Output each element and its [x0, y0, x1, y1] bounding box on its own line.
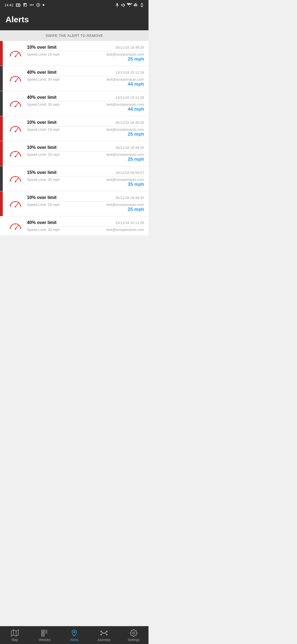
svg-point-54	[15, 206, 16, 207]
speedometer-icon	[8, 220, 23, 232]
alert-divider	[27, 176, 144, 176]
alert-item[interactable]: 10% over limit 26/11/18 18:49:25 Speed L…	[0, 116, 148, 141]
alert-divider	[27, 151, 144, 151]
alert-speed: 25 mph	[128, 132, 144, 137]
alert-right-info: test@scorpionauto.com 35 mph	[106, 178, 144, 187]
svg-point-61	[15, 228, 16, 230]
alert-speed: 25 mph	[128, 157, 144, 162]
alert-email: test@scorpionauto.com	[106, 152, 144, 157]
header: Alerts	[0, 10, 148, 30]
target-icon	[36, 3, 40, 7]
alert-timestamp: 13/11/18 15:11:28	[115, 95, 144, 100]
page-title: Alerts	[6, 15, 143, 24]
alert-title: 10% over limit	[27, 120, 57, 125]
alert-sidebar-indicator	[0, 141, 3, 166]
alert-divider	[27, 76, 144, 76]
battery-icon	[140, 3, 144, 7]
mic-icon	[115, 3, 119, 7]
alert-title: 40% over limit	[27, 220, 57, 225]
alert-title: 15% over limit	[27, 170, 57, 175]
svg-point-12	[15, 56, 16, 57]
alert-speed-limit: Speed Limit: 19 mph	[27, 152, 60, 157]
alert-right-info: test@scorpionauto.com 25 mph	[106, 152, 144, 162]
alert-item[interactable]: 40% over limit 13/11/18 15:11:28 Speed L…	[0, 66, 148, 91]
alert-divider	[27, 51, 144, 51]
alert-email: test@scorpionauto.com	[106, 203, 144, 207]
svg-point-26	[15, 106, 16, 107]
speedometer-icon	[8, 173, 23, 184]
alert-timestamp: 26/11/18 18:49:25	[115, 45, 144, 50]
alert-timestamp: 13/11/18 15:11:28	[115, 221, 144, 225]
svg-point-40	[15, 156, 16, 157]
alert-speed-limit: Speed Limit: 30 mph	[27, 77, 60, 81]
alert-item[interactable]: 40% over limit 13/11/18 15:11:28 Speed L…	[0, 91, 148, 116]
alert-content: 10% over limit 26/11/18 18:49:25 Speed L…	[27, 45, 144, 62]
alert-speed-limit: Speed Limit: 19 mph	[27, 203, 60, 207]
dot-icon	[43, 4, 44, 6]
alert-sidebar-indicator	[0, 66, 3, 91]
alert-speed: 44 mph	[128, 107, 144, 112]
alert-divider	[27, 126, 144, 126]
alert-item[interactable]: 40% over limit 13/11/18 15:11:28 Speed L…	[0, 216, 148, 236]
alert-title: 40% over limit	[27, 70, 57, 75]
svg-point-4	[38, 4, 39, 6]
svg-point-19	[15, 81, 16, 82]
svg-point-0	[29, 4, 31, 6]
photo-icon	[16, 3, 21, 7]
alert-item[interactable]: 10% over limit 26/11/18 18:49:25 Speed L…	[0, 191, 148, 216]
svg-point-47	[15, 181, 16, 182]
alert-timestamp: 26/11/18 18:49:25	[115, 146, 144, 150]
alert-right-info: test@scorpionauto.com 44 mph	[106, 102, 144, 112]
alert-item[interactable]: 10% over limit 26/11/18 18:49:25 Speed L…	[0, 41, 148, 66]
status-bar: 14:42	[0, 0, 148, 10]
alert-content: 40% over limit 13/11/18 15:11:28 Speed L…	[27, 95, 144, 112]
alert-email: test@scorpionauto.com	[106, 228, 144, 232]
alert-speed-limit: Speed Limit: 19 mph	[27, 127, 60, 132]
alert-content: 10% over limit 26/11/18 18:49:25 Speed L…	[27, 195, 144, 212]
speedometer-icon	[8, 123, 23, 134]
alert-sidebar-indicator	[0, 116, 3, 141]
alert-email: test@scorpionauto.com	[106, 178, 144, 182]
alert-timestamp: 26/11/18 18:49:25	[115, 121, 144, 125]
alert-sidebar-indicator	[0, 91, 3, 116]
alert-right-info: test@scorpionauto.com 25 mph	[106, 203, 144, 212]
svg-point-1	[31, 4, 32, 6]
alert-item[interactable]: 15% over limit 10/11/18 09:59:57 Speed L…	[0, 166, 148, 191]
speedometer-icon	[8, 73, 23, 84]
alert-title: 40% over limit	[27, 95, 57, 100]
swipe-hint: SWIPE THE ALERT TO REMOVE	[0, 30, 148, 41]
alert-right-info: test@scorpionauto.com 25 mph	[106, 52, 144, 62]
alert-speed-limit: Speed Limit: 30 mph	[27, 178, 60, 182]
alert-list: 10% over limit 26/11/18 18:49:25 Speed L…	[0, 41, 148, 236]
alert-speed: 35 mph	[128, 182, 144, 187]
dots-icon	[29, 4, 34, 6]
alert-content: 15% over limit 10/11/18 09:59:57 Speed L…	[27, 170, 144, 187]
alert-right-info: test@scorpionauto.com 44 mph	[106, 77, 144, 87]
svg-point-5	[43, 4, 44, 6]
alert-timestamp: 26/11/18 18:49:25	[115, 196, 144, 200]
alert-sidebar-indicator	[0, 216, 3, 236]
alert-sidebar-indicator	[0, 41, 3, 66]
time: 14:42	[4, 3, 13, 7]
alert-title: 10% over limit	[27, 145, 57, 150]
alert-speed: 44 mph	[128, 81, 144, 87]
signal-icon	[134, 3, 138, 7]
alert-timestamp: 13/11/18 15:11:28	[115, 70, 144, 75]
vibrate-icon	[121, 3, 125, 7]
alert-sidebar-indicator	[0, 191, 3, 216]
alert-right-info: test@scorpionauto.com 25 mph	[106, 127, 144, 137]
alert-speed-limit: Speed Limit: 30 mph	[27, 228, 60, 232]
alert-speed-limit: Speed Limit: 19 mph	[27, 52, 60, 56]
alert-email: test@scorpionauto.com	[106, 127, 144, 132]
alert-content: 40% over limit 13/11/18 15:11:28 Speed L…	[27, 220, 144, 232]
alert-divider	[27, 201, 144, 201]
speedometer-icon	[8, 148, 23, 159]
alert-content: 40% over limit 13/11/18 15:11:28 Speed L…	[27, 70, 144, 87]
alert-divider	[27, 101, 144, 101]
alert-item[interactable]: 10% over limit 26/11/18 18:49:25 Speed L…	[0, 141, 148, 166]
calendar-icon	[23, 3, 27, 7]
alert-speed: 25 mph	[128, 207, 144, 212]
alert-email: test@scorpionauto.com	[106, 102, 144, 107]
alert-title: 10% over limit	[27, 195, 57, 200]
speedometer-icon	[8, 198, 23, 209]
